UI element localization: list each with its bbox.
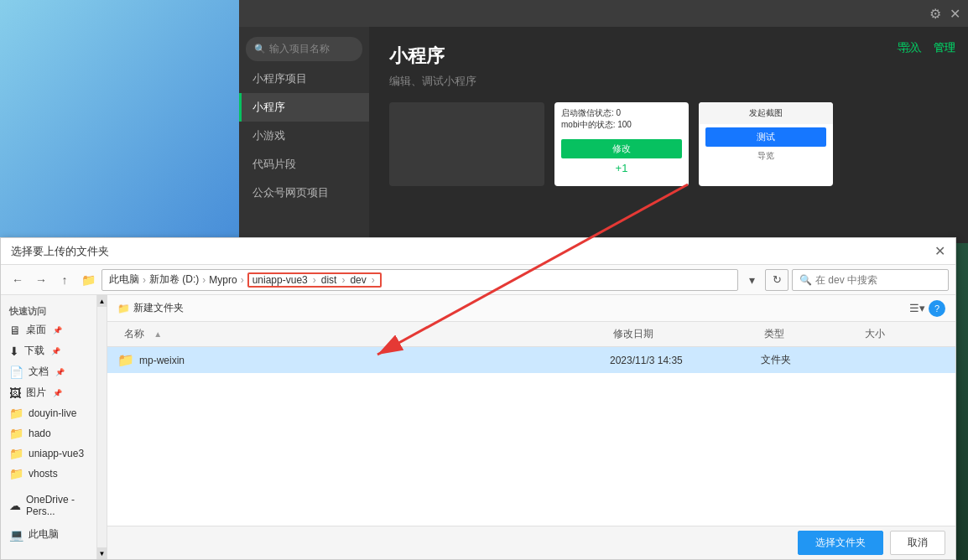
sidebar-scroll: ▲ ▼ bbox=[97, 295, 107, 559]
back-button[interactable]: ← bbox=[8, 270, 28, 290]
sidebar-item-douyin[interactable]: 📁 douyin-live bbox=[1, 403, 96, 423]
folder-icon-btn: 📁 bbox=[78, 270, 98, 290]
breadcrumb-dist[interactable]: dist bbox=[321, 274, 337, 286]
breadcrumb-uniapp[interactable]: uniapp-vue3 bbox=[252, 274, 308, 286]
search-input[interactable] bbox=[815, 274, 941, 286]
card2-test-btn[interactable]: 测试 bbox=[705, 127, 826, 147]
sidebar-item-pictures-label: 图片 bbox=[26, 386, 46, 400]
close-icon[interactable]: ✕ bbox=[950, 6, 960, 22]
manage-link2[interactable]: 管理 bbox=[934, 40, 955, 55]
sidebar-item-miniprogram[interactable]: 小程序 bbox=[239, 93, 369, 122]
sidebar-item-pictures[interactable]: 🖼 图片 📌 bbox=[1, 382, 96, 403]
sidebar-item-hado[interactable]: 📁 hado bbox=[1, 423, 96, 443]
sidebar-item-desktop[interactable]: 🖥 桌面 📌 bbox=[1, 319, 96, 340]
view-toggle-btn[interactable]: ☰▾ bbox=[909, 302, 925, 314]
onedrive-icon: ☁ bbox=[9, 499, 21, 512]
wechat-devtools-window: ⚙ ✕ 🔍 输入项目名称 小程序项目 小程序 小游戏 代码片段 公众号网页项目 … bbox=[239, 0, 968, 243]
card1-plus: +1 bbox=[554, 162, 689, 174]
wechat-search-bar[interactable]: 🔍 输入项目名称 bbox=[246, 37, 362, 61]
sidebar-item-thispc-label: 此电脑 bbox=[29, 527, 59, 542]
card2-header: 发起截图 bbox=[699, 102, 833, 124]
file-list-body: 📁 mp-weixin 2023/11/3 14:35 文件夹 bbox=[107, 347, 955, 526]
import-link2[interactable]: 导入 bbox=[897, 40, 919, 55]
col-header-type[interactable]: 类型 bbox=[761, 325, 861, 343]
sidebar-item-webpage[interactable]: 公众号网页项目 bbox=[239, 179, 369, 207]
wechat-content: 小程序 编辑、调试小程序 导入 管理 导入 管理 启动微信状态: 0 mobi中… bbox=[369, 27, 968, 243]
sidebar-item-douyin-label: douyin-live bbox=[29, 407, 76, 419]
dropdown-icon[interactable]: ▾ bbox=[742, 270, 762, 290]
dialog-titlebar: 选择要上传的文件夹 ✕ bbox=[1, 238, 955, 265]
sidebar-item-thispc[interactable]: 💻 此电脑 bbox=[1, 524, 96, 545]
documents-pin: 📌 bbox=[55, 368, 65, 376]
sidebar-item-documents[interactable]: 📄 文档 📌 bbox=[1, 361, 96, 382]
search-box[interactable]: 🔍 bbox=[792, 269, 949, 291]
forward-button[interactable]: → bbox=[31, 270, 51, 290]
breadcrumb-mypro[interactable]: Mypro bbox=[209, 274, 237, 286]
sep3: › bbox=[241, 274, 244, 286]
file-dialog: 选择要上传的文件夹 ✕ ← → ↑ 📁 此电脑 › 新加卷 (D:) › Myp… bbox=[0, 237, 956, 560]
file-name-cell: 📁 mp-weixin bbox=[117, 352, 610, 368]
card1-mobi: mobi中的状态: 100 bbox=[561, 119, 682, 131]
card1-header: 启动微信状态: 0 mobi中的状态: 100 bbox=[554, 102, 689, 136]
col-header-modified[interactable]: 修改日期 bbox=[610, 325, 761, 343]
breadcrumb-drive[interactable]: 新加卷 (D:) bbox=[149, 272, 199, 287]
quick-access-header: 快速访问 bbox=[1, 302, 96, 319]
scroll-up-btn[interactable]: ▲ bbox=[97, 295, 107, 307]
sidebar-item-desktop-label: 桌面 bbox=[26, 323, 46, 337]
folder-icon: 📁 bbox=[117, 352, 134, 368]
card1-edit-btn[interactable]: 修改 bbox=[561, 139, 682, 158]
file-type: 文件夹 bbox=[761, 353, 861, 367]
dialog-sidebar: 快速访问 🖥 桌面 📌 ⬇ 下载 📌 📄 文档 📌 🖼 图片 📌 bbox=[1, 295, 97, 559]
project-card-1[interactable]: 启动微信状态: 0 mobi中的状态: 100 修改 +1 bbox=[554, 102, 689, 186]
gear-icon[interactable]: ⚙ bbox=[929, 6, 941, 22]
sidebar-item-downloads[interactable]: ⬇ 下载 📌 bbox=[1, 340, 96, 361]
new-folder-button[interactable]: 📁 新建文件夹 bbox=[117, 301, 184, 315]
dialog-body: 快速访问 🖥 桌面 📌 ⬇ 下载 📌 📄 文档 📌 🖼 图片 📌 bbox=[1, 295, 955, 559]
pictures-icon: 🖼 bbox=[9, 386, 21, 400]
card1-status: 启动微信状态: 0 bbox=[561, 107, 682, 119]
sidebar-item-miniprogram-project[interactable]: 小程序项目 bbox=[239, 65, 369, 93]
sort-arrow: ▲ bbox=[150, 328, 165, 340]
project-card-2[interactable]: 发起截图 测试 导览 bbox=[699, 102, 833, 186]
breadcrumb-dev[interactable]: dev bbox=[350, 274, 366, 286]
wechat-body: 🔍 输入项目名称 小程序项目 小程序 小游戏 代码片段 公众号网页项目 小程序 … bbox=[239, 27, 968, 243]
search-placeholder: 输入项目名称 bbox=[269, 42, 330, 56]
sidebar-item-onedrive-label: OneDrive - Pers... bbox=[26, 494, 88, 517]
dialog-toolbar: ← → ↑ 📁 此电脑 › 新加卷 (D:) › Mypro › uniapp-… bbox=[1, 265, 955, 295]
help-button[interactable]: ? bbox=[929, 300, 945, 317]
cancel-button[interactable]: 取消 bbox=[890, 531, 945, 555]
sidebar-item-snippet[interactable]: 代码片段 bbox=[239, 150, 369, 179]
douyin-icon: 📁 bbox=[9, 407, 23, 420]
scroll-down-btn[interactable]: ▼ bbox=[97, 547, 107, 559]
card2-sub: 导览 bbox=[699, 150, 833, 162]
sidebar-item-hado-label: hado bbox=[29, 428, 51, 439]
refresh-button[interactable]: ↻ bbox=[765, 269, 788, 291]
view-toggle: ☰▾ ? bbox=[909, 300, 945, 317]
new-folder-label: 新建文件夹 bbox=[133, 301, 184, 315]
breadcrumb-bar[interactable]: 此电脑 › 新加卷 (D:) › Mypro › uniapp-vue3 › d… bbox=[101, 269, 738, 291]
table-row[interactable]: 📁 mp-weixin 2023/11/3 14:35 文件夹 bbox=[107, 347, 955, 373]
breadcrumb-highlighted[interactable]: uniapp-vue3 › dist › dev › bbox=[247, 272, 382, 288]
wechat-titlebar: ⚙ ✕ bbox=[239, 0, 968, 27]
sidebar-item-vhosts-label: vhosts bbox=[29, 468, 58, 480]
sidebar-item-minigame[interactable]: 小游戏 bbox=[239, 122, 369, 150]
content-title: 小程序 bbox=[389, 44, 949, 69]
desktop-icon: 🖥 bbox=[9, 324, 21, 337]
col-header-size[interactable]: 大小 bbox=[861, 325, 945, 343]
sidebar-item-uniapp[interactable]: 📁 uniapp-vue3 bbox=[1, 443, 96, 464]
dialog-main: 📁 新建文件夹 ☰▾ ? 名称 ▲ 修改日期 类型 大小 bbox=[107, 295, 955, 559]
sidebar-item-onedrive[interactable]: ☁ OneDrive - Pers... bbox=[1, 490, 96, 521]
downloads-icon: ⬇ bbox=[9, 345, 19, 358]
file-list-header: 名称 ▲ 修改日期 类型 大小 bbox=[107, 322, 955, 347]
col-header-name[interactable]: 名称 ▲ bbox=[117, 325, 610, 343]
dialog-close-button[interactable]: ✕ bbox=[934, 243, 945, 259]
sidebar-item-vhosts[interactable]: 📁 vhosts bbox=[1, 464, 96, 484]
sidebar-item-documents-label: 文档 bbox=[29, 365, 49, 379]
up-button[interactable]: ↑ bbox=[55, 270, 75, 290]
uniapp-icon: 📁 bbox=[9, 447, 23, 460]
search-box-icon: 🔍 bbox=[799, 274, 812, 286]
confirm-button[interactable]: 选择文件夹 bbox=[798, 531, 883, 555]
breadcrumb-pc[interactable]: 此电脑 bbox=[109, 272, 139, 287]
onedrive-section: ☁ OneDrive - Pers... bbox=[1, 490, 96, 521]
main-toolbar: 📁 新建文件夹 ☰▾ ? bbox=[107, 295, 955, 322]
